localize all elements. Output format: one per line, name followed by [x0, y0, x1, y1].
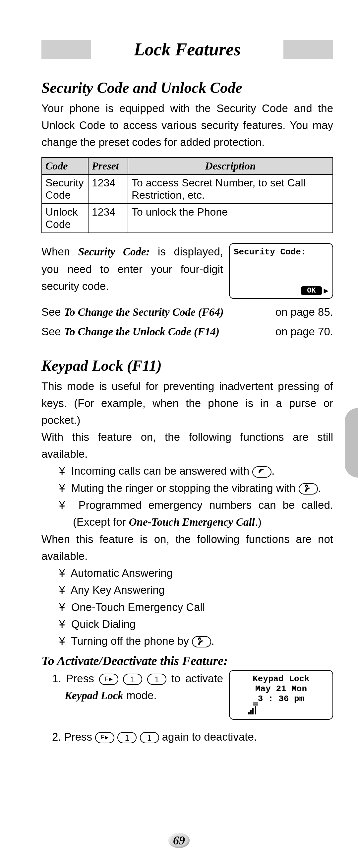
cell-description: To unlock the Phone — [128, 204, 333, 233]
text: . — [318, 482, 321, 494]
cell-description: To access Secret Number, to set Call Res… — [128, 175, 333, 204]
ref-title: To Change the Security Code (F64) — [64, 306, 224, 318]
bullet-item: ¥ Incoming calls can be answered with . — [41, 462, 333, 479]
cell-code: Unlock Code — [42, 204, 88, 233]
section-heading-security: Security Code and Unlock Code — [41, 79, 333, 96]
section-heading-keypad: Keypad Lock (F11) — [41, 357, 333, 374]
codes-table: Code Preset Description Security Code 12… — [41, 157, 333, 233]
bullet-item: ¥ Muting the ringer or stopping the vibr… — [41, 479, 333, 497]
chapter-bar-left — [41, 40, 91, 59]
text: . — [271, 465, 274, 477]
text: Muting the ringer or stopping the vibrat… — [71, 482, 296, 494]
lcd-keypad-lock: Keypad Lock May 21 Mon 3 : 36 pm — [229, 670, 333, 720]
text: Any Key Answering — [71, 584, 165, 596]
lcd-line1: Security Code: — [234, 247, 328, 257]
bullet-item: ¥ Any Key Answering — [41, 582, 333, 598]
ref-page: on page 70. — [275, 323, 333, 340]
bullet-glyph: ¥ — [59, 618, 65, 630]
text: Turning off the phone by — [71, 635, 189, 647]
lcd-security-code: Security Code: OK ▶ — [229, 243, 333, 299]
text: See — [41, 306, 64, 318]
one-key: 1 — [117, 732, 137, 743]
bullet-glyph: ¥ — [59, 601, 65, 613]
table-row: Security Code 1234 To access Secret Numb… — [42, 175, 333, 204]
lcd-line: 3 : 36 pm — [234, 694, 328, 704]
page-number: 69 — [0, 833, 358, 848]
power-key-icon — [299, 483, 318, 495]
bullet-item: ¥ Turning off the phone by . — [41, 632, 333, 649]
th-description: Description — [128, 158, 333, 175]
text: again to deactivate. — [162, 731, 257, 743]
one-key: 1 — [140, 732, 159, 743]
keypad-lock-label: Keypad Lock — [65, 689, 123, 702]
text: Automatic Answering — [71, 567, 173, 579]
cell-code: Security Code — [42, 175, 88, 204]
text: Incoming calls can be answered with — [71, 465, 249, 477]
th-code: Code — [42, 158, 88, 175]
reference-row: See To Change the Security Code (F64) on… — [41, 304, 333, 321]
chapter-title-bar: Lock Features — [41, 40, 333, 59]
bullet-item: ¥ Programmed emergency numbers can be ca… — [41, 497, 333, 531]
reference-row: See To Change the Unlock Code (F14) on p… — [41, 323, 333, 340]
text: When — [41, 245, 78, 258]
th-preset: Preset — [88, 158, 128, 175]
subsection-heading: To Activate/Deactivate this Feature: — [41, 653, 333, 668]
bullet-glyph: ¥ — [59, 567, 65, 579]
one-key: 1 — [147, 674, 166, 685]
table-header-row: Code Preset Description — [42, 158, 333, 175]
text: One-Touch Emergency Call — [71, 601, 205, 613]
lcd-line: May 21 Mon — [234, 684, 328, 694]
keypad-para3: When this feature is on, the following f… — [41, 531, 333, 564]
fn-key: F▶ — [95, 732, 115, 743]
bullet-item: ¥ Automatic Answering — [41, 564, 333, 582]
text: Press — [66, 672, 99, 685]
page-number-value: 69 — [168, 833, 190, 848]
table-row: Unlock Code 1234 To unlock the Phone — [42, 204, 333, 233]
ref-title: To Change the Unlock Code (F14) — [64, 326, 220, 338]
power-key-icon — [192, 636, 211, 647]
prompt-label: Security Code: — [78, 246, 150, 258]
one-key: 1 — [123, 674, 142, 685]
cell-preset: 1234 — [88, 204, 128, 233]
ok-label: OK — [301, 286, 322, 295]
text: .) — [255, 516, 262, 528]
side-thumb-tab — [345, 408, 358, 477]
ref-page: on page 85. — [275, 304, 333, 321]
text: Quick Dialing — [71, 618, 136, 630]
one-touch-label: One-Touch Emergency Call — [129, 516, 255, 528]
bullet-glyph: ¥ — [59, 635, 65, 647]
text: See — [41, 326, 64, 338]
bullet-glyph: ¥ — [59, 499, 65, 511]
keypad-para2: With this feature on, the following func… — [41, 429, 333, 462]
signal-icon — [248, 706, 260, 714]
text: Press — [64, 731, 95, 743]
text: to activate — [171, 672, 223, 685]
bullet-item: ¥ One-Touch Emergency Call — [41, 599, 333, 616]
text: mode. — [123, 689, 157, 702]
lcd-line: Keypad Lock — [234, 674, 328, 684]
call-key-icon — [252, 466, 271, 477]
fn-key: F▶ — [99, 674, 118, 685]
bullet-glyph: ¥ — [59, 584, 65, 596]
bullet-item: ¥ Quick Dialing — [41, 616, 333, 632]
bullet-glyph: ¥ — [59, 465, 65, 477]
section1-intro: Your phone is equipped with the Security… — [41, 100, 333, 151]
bullet-glyph: ¥ — [59, 482, 65, 494]
keypad-para1: This mode is useful for preventing inadv… — [41, 378, 333, 429]
right-arrow-icon: ▶ — [324, 286, 328, 296]
chapter-bar-right — [284, 40, 333, 59]
lcd-ok-indicator: OK ▶ — [301, 286, 328, 296]
step-2: 2. Press F▶ 1 1 again to deactivate. — [41, 728, 333, 745]
chapter-title: Lock Features — [91, 39, 284, 60]
cell-preset: 1234 — [88, 175, 128, 204]
